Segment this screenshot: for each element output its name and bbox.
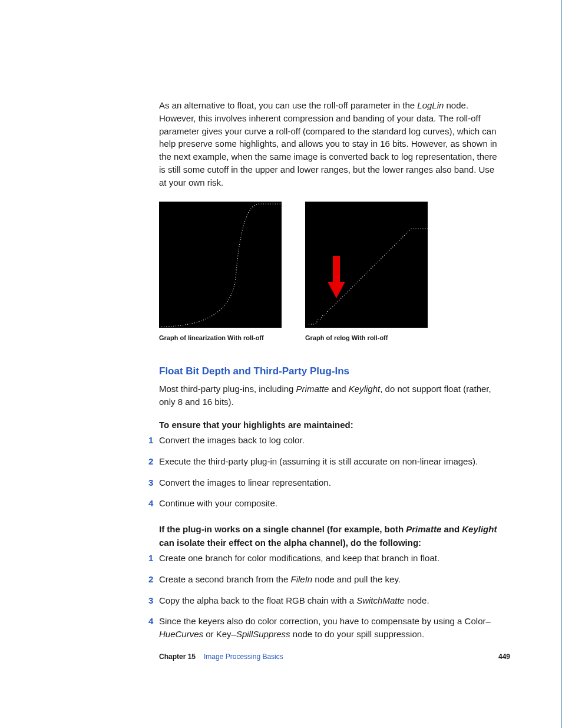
list-number: 1: [148, 552, 153, 565]
graph-linearization: [159, 202, 282, 328]
text: Execute the third-party plug-in (assumin…: [159, 456, 478, 466]
figure-relog: Graph of relog With roll-off: [305, 202, 428, 343]
list-highlights: 1Convert the images back to log color. 2…: [159, 434, 498, 510]
text: Convert the images back to log color.: [159, 435, 305, 445]
list-number: 4: [148, 615, 153, 628]
text: node to do your spill suppression.: [290, 629, 425, 639]
page: As an alternative to float, you can use …: [0, 0, 562, 728]
node-name-filein: FileIn: [290, 574, 312, 584]
node-name-loglin: LogLin: [417, 100, 444, 110]
list-number: 1: [148, 434, 153, 447]
text: node and pull the key.: [312, 574, 401, 584]
text: Create one branch for color modification…: [159, 553, 439, 563]
list-item: 4Since the keyers also do color correcti…: [159, 615, 498, 641]
text: and: [329, 384, 348, 394]
node-name-spillsuppress: SpillSuppress: [236, 629, 290, 639]
curve-icon: [305, 202, 428, 328]
text: and: [441, 524, 462, 534]
text: Convert the images to linear representat…: [159, 477, 331, 487]
text: Since the keyers also do color correctio…: [159, 616, 491, 626]
plugin-keylight: Keylight: [462, 524, 497, 534]
caption-relog: Graph of relog With roll-off: [305, 334, 428, 343]
list-number: 2: [148, 455, 153, 468]
text: As an alternative to float, you can use …: [159, 100, 417, 110]
page-number: 449: [498, 652, 510, 662]
text: Most third-party plug-ins, including: [159, 384, 296, 394]
text: If the plug-in works on a single channel…: [159, 524, 406, 534]
text: Create a second branch from the: [159, 574, 290, 584]
lead-single-channel: If the plug-in works on a single channel…: [159, 523, 498, 549]
list-item: 1Create one branch for color modificatio…: [159, 552, 498, 565]
text: node.: [405, 595, 429, 605]
text: Continue with your composite.: [159, 498, 277, 508]
list-number: 3: [148, 594, 153, 607]
page-footer: Chapter 15 Image Processing Basics 449: [159, 652, 510, 662]
graph-relog: [305, 202, 428, 328]
list-number: 3: [148, 476, 153, 489]
list-number: 2: [148, 573, 153, 586]
paragraph-rolloff: As an alternative to float, you can use …: [159, 99, 498, 189]
text: node. However, this involves inherent co…: [159, 100, 497, 187]
text: can isolate their effect on the alpha ch…: [159, 538, 421, 548]
node-name-huecurves: HueCurves: [159, 629, 203, 639]
plugin-primatte: Primatte: [406, 524, 441, 534]
figure-row: Graph of linearization With roll-off Gra…: [159, 202, 498, 343]
figure-linearization: Graph of linearization With roll-off: [159, 202, 282, 343]
caption-linearization: Graph of linearization With roll-off: [159, 334, 282, 343]
curve-icon: [159, 202, 282, 328]
heading-float-bit-depth: Float Bit Depth and Third-Party Plug-Ins: [159, 364, 498, 379]
plugin-primatte: Primatte: [296, 384, 329, 394]
chapter-title: Image Processing Basics: [204, 652, 283, 662]
arrow-down-icon: [328, 256, 345, 298]
text: Copy the alpha back to the float RGB cha…: [159, 595, 356, 605]
lead-highlights: To ensure that your highlights are maint…: [159, 419, 498, 431]
list-item: 3Copy the alpha back to the float RGB ch…: [159, 594, 498, 607]
list-item: 4Continue with your composite.: [159, 497, 498, 510]
chapter-label: Chapter 15: [159, 652, 196, 662]
list-item: 2Execute the third-party plug-in (assumi…: [159, 455, 498, 468]
list-item: 3Convert the images to linear representa…: [159, 476, 498, 489]
node-name-switchmatte: SwitchMatte: [356, 595, 405, 605]
list-single-channel: 1Create one branch for color modificatio…: [159, 552, 498, 641]
plugin-keylight: Keylight: [349, 384, 380, 394]
list-item: 1Convert the images back to log color.: [159, 434, 498, 447]
list-number: 4: [148, 497, 153, 510]
paragraph-plugins: Most third-party plug-ins, including Pri…: [159, 383, 498, 409]
text: or Key–: [203, 629, 236, 639]
list-item: 2Create a second branch from the FileIn …: [159, 573, 498, 586]
